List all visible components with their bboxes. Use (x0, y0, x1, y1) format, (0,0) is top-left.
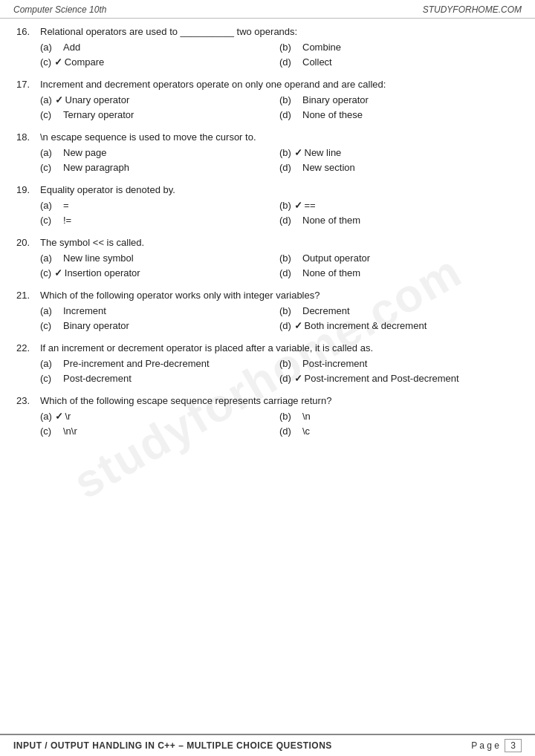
option-label: (a) (40, 358, 61, 369)
option-label: (a) (40, 200, 61, 211)
option-item: (b) ✓New line (279, 146, 519, 159)
page-label: P a g e (471, 740, 499, 751)
option-label: (d) (279, 109, 300, 120)
option-text: = (63, 200, 69, 211)
option-item: (c)Binary operator (40, 319, 279, 332)
option-label: (d) (279, 56, 300, 68)
option-label: (a) (40, 147, 61, 158)
correct-mark: ✓ (294, 320, 302, 331)
page: Computer Science 10th STUDYFORHOME.COM s… (0, 0, 535, 756)
question-number: 18. (16, 131, 40, 143)
question-text: Which of the following operator works on… (40, 290, 519, 301)
option-label: (b) (279, 358, 300, 369)
question-row: 17.Increment and decrement operators ope… (16, 79, 519, 90)
option-label: (a) ✓ (40, 94, 63, 105)
option-label: (a) (40, 305, 61, 316)
option-text: None of them (302, 215, 360, 226)
option-label: (d) (279, 215, 300, 226)
option-text: Increment (63, 305, 106, 316)
option-label: (c) (40, 426, 61, 437)
question-row: 21.Which of the following operator works… (16, 290, 519, 301)
option-item: (a)New page (40, 146, 279, 159)
option-text: Post-increment and Post-decrement (305, 373, 459, 384)
option-item: (b)Binary operator (279, 94, 519, 106)
option-text: \n\r (63, 426, 77, 437)
question-row: 23.Which of the following escape sequenc… (16, 395, 519, 406)
question-text: If an increment or decrement operator is… (40, 342, 519, 353)
correct-mark: ✓ (54, 56, 62, 68)
correct-mark: ✓ (55, 94, 63, 105)
option-text: Compare (65, 56, 104, 68)
option-label: (a) (40, 252, 61, 264)
option-label: (a) ✓ (40, 411, 63, 422)
question-row: 16.Relational operators are used to ____… (16, 26, 519, 37)
option-label: (b) ✓ (279, 200, 302, 211)
option-item: (c) ✓Insertion operator (40, 267, 279, 279)
options-grid: (a)Increment(b)Decrement(c)Binary operat… (40, 304, 519, 332)
content-area: studyforhome.com 16.Relational operators… (0, 19, 535, 734)
question-block: 20.The symbol << is called.(a)New line s… (16, 237, 519, 279)
option-item: (a)= (40, 199, 279, 212)
option-item: (a)Pre-increment and Pre-decrement (40, 357, 279, 370)
option-label: (b) ✓ (279, 147, 302, 158)
question-number: 22. (16, 342, 40, 353)
option-item: (c)!= (40, 214, 279, 227)
question-number: 17. (16, 79, 40, 90)
option-item: (b)Decrement (279, 304, 519, 317)
options-grid: (a)Pre-increment and Pre-decrement(b)Pos… (40, 357, 519, 385)
option-item: (b) ✓== (279, 199, 519, 212)
option-item: (d)None of these (279, 108, 519, 121)
header-title: Computer Science 10th (13, 4, 106, 15)
option-text: \c (302, 426, 310, 437)
option-label: (c) (40, 109, 61, 120)
question-row: 20.The symbol << is called. (16, 237, 519, 248)
option-item: (c)Post-decrement (40, 372, 279, 385)
question-text: The symbol << is called. (40, 237, 519, 248)
option-text: \n (302, 411, 311, 422)
option-item: (b)\n (279, 410, 519, 423)
option-item: (c)Ternary operator (40, 108, 279, 121)
option-label: (b) (279, 94, 300, 105)
question-text: Equality operator is denoted by. (40, 184, 519, 195)
question-block: 18.\n escape sequence is used to move th… (16, 131, 519, 174)
option-label: (d) (279, 162, 300, 173)
option-item: (b)Combine (279, 41, 519, 53)
questions-container: 16.Relational operators are used to ____… (16, 26, 519, 437)
page-num: 3 (505, 739, 522, 752)
question-block: 22.If an increment or decrement operator… (16, 342, 519, 385)
question-row: 22.If an increment or decrement operator… (16, 342, 519, 353)
options-grid: (a) ✓Unary operator(b)Binary operator(c)… (40, 94, 519, 121)
option-label: (c) (40, 320, 61, 331)
option-text: New line symbol (63, 252, 134, 264)
option-item: (a) ✓\r (40, 410, 279, 423)
option-label: (c) (40, 162, 61, 173)
option-text: Combine (302, 42, 341, 53)
option-item: (d) ✓Both increment & decrement (279, 319, 519, 332)
question-number: 23. (16, 395, 40, 406)
option-label: (d) ✓ (279, 320, 302, 331)
option-label: (b) (279, 305, 300, 316)
question-block: 23.Which of the following escape sequenc… (16, 395, 519, 437)
option-item: (c)New paragraph (40, 161, 279, 174)
option-text: Binary operator (302, 94, 369, 105)
option-label: (b) (279, 411, 300, 422)
option-text: Post-increment (302, 358, 367, 369)
option-item: (b)Output operator (279, 252, 519, 264)
option-label: (c) (40, 373, 61, 384)
option-text: New section (302, 162, 355, 173)
option-item: (a)Add (40, 41, 279, 53)
option-item: (c)\n\r (40, 425, 279, 437)
option-text: New paragraph (63, 162, 129, 173)
option-text: None of these (302, 109, 363, 120)
header-site: STUDYFORHOME.COM (423, 4, 522, 15)
option-label: (b) (279, 42, 300, 53)
question-block: 16.Relational operators are used to ____… (16, 26, 519, 68)
question-block: 21.Which of the following operator works… (16, 290, 519, 332)
question-text: Relational operators are used to _______… (40, 26, 519, 37)
question-text: Increment and decrement operators operat… (40, 79, 519, 90)
question-number: 19. (16, 184, 40, 195)
option-label: (a) (40, 42, 61, 53)
option-text: \r (65, 411, 71, 422)
option-text: Collect (302, 56, 332, 68)
options-grid: (a)New line symbol(b)Output operator(c) … (40, 252, 519, 279)
